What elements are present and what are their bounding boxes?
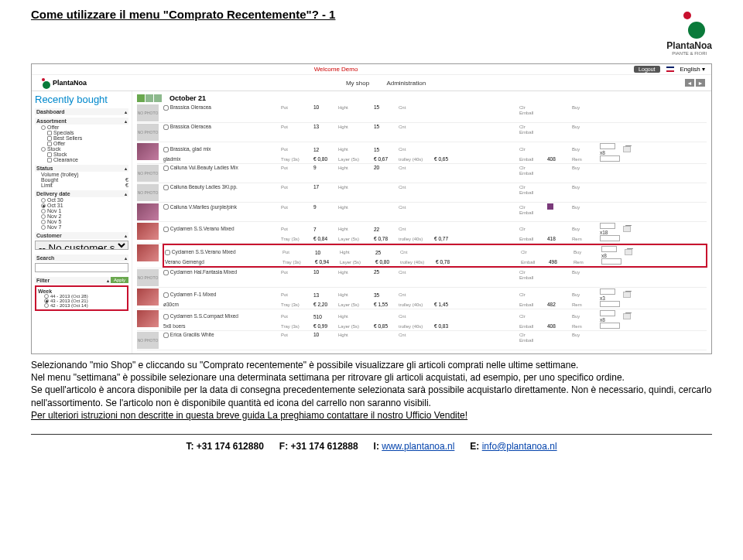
sidebar-stock2[interactable]: Stock: [35, 152, 128, 157]
product-checkbox[interactable]: [163, 204, 169, 210]
explain-p1: Selezionando "mio Shop" e cliccando su "…: [31, 359, 712, 371]
product-thumbnail: [137, 310, 159, 327]
product-row: Cyclamen S.S.Verano MixedPot10Hght25CntC…: [137, 244, 707, 268]
delivery-nov5[interactable]: Nov 5: [35, 219, 128, 224]
product-thumbnail: [137, 244, 159, 261]
app-screenshot: Welcome Demo Logout English ▾ PlantaNoa …: [31, 63, 712, 354]
delivery-oct31[interactable]: Oct 31: [35, 203, 128, 208]
product-checkbox[interactable]: [163, 227, 169, 232]
logout-button[interactable]: Logout: [634, 66, 659, 73]
footer-i-label: I:: [374, 441, 382, 452]
delivery-oct30[interactable]: Oct 30: [35, 197, 128, 203]
no-photo-placeholder: NO PHOTO: [137, 165, 159, 182]
product-row: Brassica, glad mixPot12Hght15CntClrBuy x…: [137, 142, 707, 164]
cart-icon[interactable]: [623, 146, 631, 152]
product-row: NO PHOTO Erica Gracilis WhitePot10HghtCn…: [137, 331, 707, 350]
apply-button[interactable]: Apply: [111, 277, 128, 283]
product-name: Erica Gracilis White: [163, 332, 279, 338]
rem-input[interactable]: [600, 235, 620, 241]
app-header-row: PlantaNoa My shop Administration ◄ ►: [32, 75, 711, 91]
product-row: NO PHOTO Calluna Beauty Ladies 3Kl.pp.Po…: [137, 183, 707, 203]
footer-email[interactable]: info@plantanoa.nl: [482, 441, 557, 452]
product-checkbox[interactable]: [163, 147, 169, 152]
pager: ◄ ►: [685, 79, 705, 87]
brand-logo: PlantaNoa PIANTE & FIORI: [666, 8, 712, 56]
document-header: Come utilizzare il menu "Comprato Recent…: [0, 0, 743, 60]
customer-select[interactable]: -- No customer selected --: [35, 241, 128, 250]
no-photo-placeholder: NO PHOTO: [137, 104, 159, 121]
rem-input[interactable]: [600, 155, 620, 162]
delivery-nov2[interactable]: Nov 2: [35, 213, 128, 219]
cart-icon[interactable]: [623, 226, 631, 232]
sidebar-delivery[interactable]: Delivery date: [35, 190, 128, 197]
product-name: Cyclamen Hal.Fantasia Mixed: [163, 269, 279, 275]
product-subname: ø30cm: [163, 302, 279, 307]
product-checkbox[interactable]: [163, 292, 169, 298]
rem-input[interactable]: [601, 258, 621, 265]
sidebar-customer[interactable]: Customer: [35, 232, 128, 239]
product-thumbnail: [137, 203, 159, 220]
view-toggle[interactable]: [137, 94, 162, 102]
product-checkbox[interactable]: [163, 270, 169, 275]
status-bought: Bought€: [35, 177, 128, 183]
product-checkbox[interactable]: [163, 166, 169, 171]
product-name: Brassica Oleracea: [163, 104, 279, 111]
pager-prev[interactable]: ◄: [685, 79, 694, 87]
sidebar: Recently bought Dashboard Assortment Off…: [32, 91, 132, 353]
product-checkbox[interactable]: [163, 105, 169, 111]
product-checkbox[interactable]: [163, 185, 169, 190]
sidebar-bestsellers[interactable]: Best Sellers: [35, 135, 128, 141]
sidebar-offer[interactable]: Offer: [35, 125, 128, 130]
sidebar-search[interactable]: Search: [35, 254, 128, 261]
footer-website[interactable]: www.plantanoa.nl: [382, 441, 454, 452]
buy-qty-input[interactable]: [600, 223, 615, 229]
buy-qty-input[interactable]: [601, 246, 617, 252]
footer-e-label: E:: [470, 441, 481, 452]
product-checkbox[interactable]: [163, 125, 169, 130]
no-photo-placeholder: NO PHOTO: [137, 269, 159, 286]
product-thumbnail: [137, 289, 159, 306]
app-topbar: Welcome Demo Logout English ▾: [32, 64, 711, 75]
product-row: NO PHOTO Brassica OleraceaPot13Hght15Cnt…: [137, 123, 707, 142]
cart-icon[interactable]: [623, 313, 631, 319]
product-row: Cyclamen F-1 MixedPot13Hght35CntClrBuy x…: [137, 288, 707, 309]
product-checkbox[interactable]: [163, 314, 169, 319]
buy-qty-input[interactable]: [600, 310, 615, 316]
pager-next[interactable]: ►: [696, 79, 705, 87]
date-header: October 21: [137, 94, 707, 102]
sidebar-stock[interactable]: Stock: [35, 146, 128, 152]
delivery-nov7[interactable]: Nov 7: [35, 224, 128, 230]
product-name: Cyclamen S.S.Verano Mixed: [165, 249, 281, 255]
product-checkbox[interactable]: [163, 333, 169, 338]
no-photo-placeholder: NO PHOTO: [137, 124, 159, 141]
explain-p3: Se quell'articolo è ancora disponibile p…: [31, 384, 712, 408]
search-input[interactable]: [35, 263, 128, 272]
nav-myshop[interactable]: My shop: [346, 80, 369, 87]
buy-qty-input[interactable]: [600, 289, 615, 295]
product-row: Calluna V.Marlies (purple/pinkPot9HghtCn…: [137, 203, 707, 222]
sidebar-dashboard[interactable]: Dashboard: [35, 108, 128, 115]
product-row: Cyclamen S.S.Compact MixedPot510HghtCntC…: [137, 309, 707, 331]
product-name: Cyclamen S.S.Compact Mixed: [163, 313, 279, 319]
sidebar-status[interactable]: Status: [35, 165, 128, 172]
product-row: NO PHOTO Calluna Vul.Beauty Ladies MixPo…: [137, 164, 707, 183]
delivery-nov1[interactable]: Nov 1: [35, 208, 128, 213]
footer-phone: +31 174 612880: [197, 441, 264, 452]
sidebar-offer2[interactable]: Offer: [35, 141, 128, 146]
sidebar-assortment[interactable]: Assortment: [35, 118, 128, 125]
sidebar-specials[interactable]: Specials: [35, 130, 128, 135]
buy-qty-input[interactable]: [600, 143, 615, 149]
nav-admin[interactable]: Administration: [386, 80, 426, 87]
rem-input[interactable]: [600, 301, 620, 307]
cart-icon[interactable]: [623, 292, 631, 298]
product-checkbox[interactable]: [165, 250, 170, 255]
language-selector[interactable]: English ▾: [680, 66, 705, 73]
cart-icon[interactable]: [625, 249, 632, 255]
rem-input[interactable]: [600, 323, 620, 329]
week-42[interactable]: 42 - 2013 (Oct 14): [38, 303, 125, 308]
product-row: NO PHOTO Cyclamen Hal.Fantasia MixedPot1…: [137, 268, 707, 288]
footer-f-label: F:: [279, 441, 291, 452]
sidebar-clearance[interactable]: Clearance: [35, 157, 128, 162]
no-photo-placeholder: NO PHOTO: [137, 332, 159, 349]
sidebar-filter[interactable]: Filter: [35, 277, 111, 284]
